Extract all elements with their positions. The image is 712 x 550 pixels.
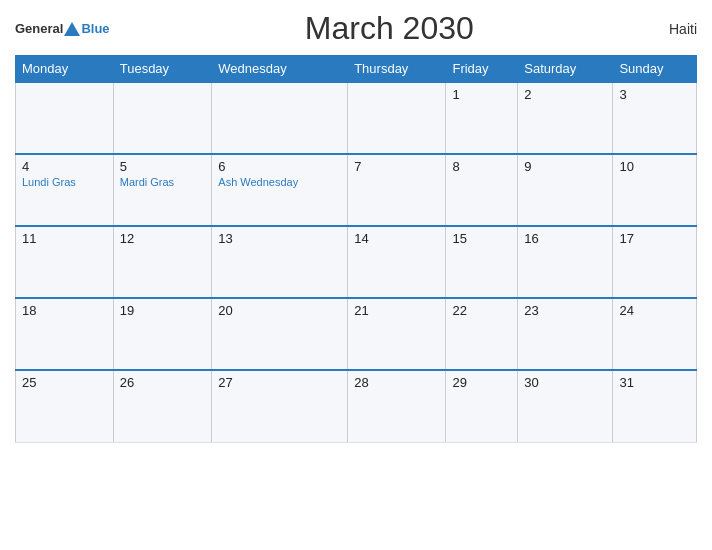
weekday-header-row: Monday Tuesday Wednesday Thursday Friday… [16,56,697,83]
calendar-cell: 2 [518,82,613,154]
calendar-cell: 25 [16,370,114,442]
day-number: 23 [524,303,606,318]
day-number: 29 [452,375,511,390]
day-number: 10 [619,159,690,174]
calendar-cell: 8 [446,154,518,226]
calendar-cell: 31 [613,370,697,442]
day-number: 25 [22,375,107,390]
day-number: 31 [619,375,690,390]
calendar-cell: 11 [16,226,114,298]
calendar-week-row: 11121314151617 [16,226,697,298]
calendar-cell: 15 [446,226,518,298]
day-number: 6 [218,159,341,174]
logo-general-text: General [15,21,63,36]
calendar-cell: 24 [613,298,697,370]
logo-triangle-icon [64,22,80,36]
day-number: 27 [218,375,341,390]
header-friday: Friday [446,56,518,83]
header-wednesday: Wednesday [212,56,348,83]
calendar-cell: 17 [613,226,697,298]
header-thursday: Thursday [348,56,446,83]
calendar-table: Monday Tuesday Wednesday Thursday Friday… [15,55,697,443]
logo-blue-text: Blue [81,21,109,36]
calendar-cell: 29 [446,370,518,442]
calendar-cell: 10 [613,154,697,226]
calendar-cell: 30 [518,370,613,442]
header-tuesday: Tuesday [113,56,212,83]
calendar-cell [113,82,212,154]
calendar-cell: 13 [212,226,348,298]
country-label: Haiti [669,21,697,37]
day-number: 26 [120,375,206,390]
day-number: 4 [22,159,107,174]
calendar-week-row: 123 [16,82,697,154]
day-number: 16 [524,231,606,246]
header-saturday: Saturday [518,56,613,83]
day-number: 2 [524,87,606,102]
calendar-week-row: 4Lundi Gras5Mardi Gras6Ash Wednesday7891… [16,154,697,226]
calendar-cell: 4Lundi Gras [16,154,114,226]
day-number: 21 [354,303,439,318]
calendar-header: General Blue March 2030 Haiti [15,10,697,47]
day-number: 18 [22,303,107,318]
calendar-cell: 20 [212,298,348,370]
day-number: 9 [524,159,606,174]
day-number: 1 [452,87,511,102]
calendar-cell: 19 [113,298,212,370]
day-number: 22 [452,303,511,318]
calendar-page: General Blue March 2030 Haiti Monday Tue… [0,0,712,550]
day-number: 12 [120,231,206,246]
day-number: 28 [354,375,439,390]
calendar-title: March 2030 [110,10,669,47]
holiday-label: Mardi Gras [120,176,206,188]
calendar-cell [348,82,446,154]
day-number: 20 [218,303,341,318]
calendar-week-row: 25262728293031 [16,370,697,442]
day-number: 15 [452,231,511,246]
calendar-cell: 26 [113,370,212,442]
calendar-cell: 1 [446,82,518,154]
calendar-cell [212,82,348,154]
calendar-cell: 12 [113,226,212,298]
day-number: 17 [619,231,690,246]
day-number: 8 [452,159,511,174]
day-number: 30 [524,375,606,390]
day-number: 5 [120,159,206,174]
calendar-cell: 27 [212,370,348,442]
calendar-cell: 5Mardi Gras [113,154,212,226]
calendar-cell: 3 [613,82,697,154]
calendar-cell: 23 [518,298,613,370]
calendar-cell: 18 [16,298,114,370]
day-number: 7 [354,159,439,174]
holiday-label: Lundi Gras [22,176,107,188]
calendar-cell: 14 [348,226,446,298]
day-number: 11 [22,231,107,246]
day-number: 19 [120,303,206,318]
calendar-cell: 21 [348,298,446,370]
calendar-cell: 28 [348,370,446,442]
calendar-cell: 22 [446,298,518,370]
day-number: 3 [619,87,690,102]
header-monday: Monday [16,56,114,83]
holiday-label: Ash Wednesday [218,176,341,188]
calendar-week-row: 18192021222324 [16,298,697,370]
calendar-cell: 9 [518,154,613,226]
day-number: 24 [619,303,690,318]
day-number: 13 [218,231,341,246]
calendar-cell: 16 [518,226,613,298]
calendar-cell: 6Ash Wednesday [212,154,348,226]
calendar-cell [16,82,114,154]
logo: General Blue [15,21,110,36]
header-sunday: Sunday [613,56,697,83]
calendar-cell: 7 [348,154,446,226]
day-number: 14 [354,231,439,246]
